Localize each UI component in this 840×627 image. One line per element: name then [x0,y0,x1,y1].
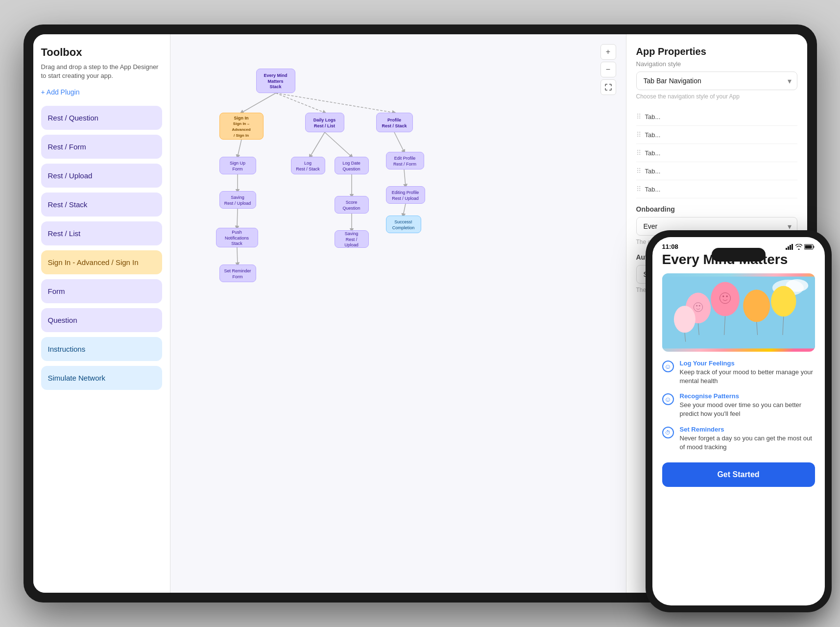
svg-line-13 [403,204,406,216]
phone-status-right [786,244,815,250]
svg-rect-16 [790,245,791,250]
tab-row-4[interactable]: ⠿ Tab... [636,162,797,180]
svg-rect-17 [792,244,793,250]
node-profile[interactable]: ProfileRest / Stack [376,113,413,132]
signal-icon [786,244,793,250]
toolbox-item-instructions[interactable]: Instructions [41,337,162,361]
svg-line-3 [238,140,241,157]
phone-frame: 11:08 [646,230,832,612]
phone-status-bar: 11:08 [652,237,825,252]
canvas-controls: + − [600,44,616,95]
svg-line-1 [276,93,325,113]
battery-icon [804,244,815,250]
node-editing-profile[interactable]: Editing ProfileRest / Upload [386,186,425,204]
tab-row-5[interactable]: ⠿ Tab... [636,180,797,198]
toolbox-item-signin-advanced[interactable]: Sign In - Advanced / Sign In [41,250,162,274]
node-set-reminder[interactable]: Set ReminderForm [219,265,256,282]
tab-label-1: Tab... [645,113,797,121]
svg-line-5 [237,209,238,228]
nav-style-select[interactable]: Tab Bar Navigation Drawer Navigation Sta… [636,72,797,90]
wifi-icon [795,244,802,250]
node-log[interactable]: LogRest / Stack [291,157,325,174]
svg-point-31 [673,306,695,333]
svg-line-8 [325,132,352,157]
svg-point-38 [726,295,727,297]
set-reminders-icon: ⏱ [662,427,674,438]
toolbox-item-rest-upload[interactable]: Rest / Upload [41,164,162,188]
phone-content: Every Mind Matters [652,252,825,605]
toolbox-item-rest-question[interactable]: Rest / Question [41,106,162,130]
recognise-patterns-icon: ☺ [662,393,674,405]
svg-point-29 [771,286,796,316]
feature-log-desc: Keep track of your mood to better manage… [680,368,815,386]
svg-line-11 [394,132,404,152]
toolbox-item-form[interactable]: Form [41,279,162,303]
svg-point-37 [722,295,724,297]
svg-rect-19 [805,245,812,248]
toolbox-item-simulate-network[interactable]: Simulate Network [41,366,162,390]
svg-line-6 [237,247,238,265]
phone-notch [712,248,766,262]
toolbox-sidebar: Toolbox Drag and drop a step to the App … [33,34,170,593]
log-feelings-icon: ☺ [662,361,674,372]
zoom-in-button[interactable]: + [600,44,616,60]
tab-row-2[interactable]: ⠿ Tab... [636,126,797,144]
tab-row-1[interactable]: ⠿ Tab... [636,108,797,126]
toolbox-item-rest-list[interactable]: Rest / List [41,221,162,245]
toolbox-desc: Drag and drop a step to the App Designer… [41,63,162,80]
nav-style-label: Navigation style [636,60,797,68]
get-started-button[interactable]: Get Started [662,462,815,487]
feature-log-title: Log Your Feelings [680,360,815,367]
panel-title: App Properties [636,46,797,57]
svg-point-25 [711,282,740,316]
svg-rect-15 [788,246,789,250]
phone-hero-image [662,273,815,352]
tablet-frame: Toolbox Drag and drop a step to the App … [24,24,817,603]
toolbox-title: Toolbox [41,46,162,59]
tab-label-2: Tab... [645,131,797,139]
tab-label-3: Tab... [645,149,797,157]
toolbox-item-question[interactable]: Question [41,308,162,332]
onboarding-label: Onboarding [636,205,797,213]
drag-handle-2: ⠿ [636,131,641,139]
node-log-date[interactable]: Log DateQuestion [335,157,369,174]
feature-patterns-title: Recognise Patterns [680,392,815,400]
feature-log-feelings: ☺ Log Your Feelings Keep track of your m… [662,360,815,386]
phone-time: 11:08 [662,243,678,250]
svg-rect-14 [786,248,787,250]
drag-handle-1: ⠿ [636,113,641,121]
tab-row-3[interactable]: ⠿ Tab... [636,144,797,162]
fullscreen-button[interactable] [600,79,616,95]
tab-label-4: Tab... [645,168,797,175]
node-saving-2[interactable]: SavingRest / Upload [335,230,369,248]
node-root[interactable]: Every MindMattersStack [256,69,295,93]
feature-patterns-desc: See your mood over time so you can bette… [680,401,815,418]
node-signin[interactable]: Sign InSign In – Advanced/ Sign In [219,113,264,140]
node-daily-logs[interactable]: Daily LogsRest / List [305,113,344,132]
phone-screen: 11:08 [652,237,825,605]
svg-point-34 [696,305,697,307]
nav-style-hint: Choose the navigation style of your App [636,93,797,100]
node-push-notifications[interactable]: Push NotificationsStack [216,228,258,247]
feature-reminders-title: Set Reminders [680,426,815,433]
svg-point-35 [698,305,700,307]
flow-diagram: Every MindMattersStack Sign InSign In – … [180,49,435,382]
node-saving-1[interactable]: SavingRest / Upload [219,191,256,209]
feature-recognise-patterns: ☺ Recognise Patterns See your mood over … [662,392,815,418]
node-signup[interactable]: Sign UpForm [219,157,256,174]
node-score[interactable]: ScoreQuestion [335,196,369,214]
feature-set-reminders: ⏱ Set Reminders Never forget a day so yo… [662,426,815,452]
add-plugin-button[interactable]: + Add Plugin [41,88,162,96]
toolbox-item-rest-stack[interactable]: Rest / Stack [41,193,162,217]
node-success[interactable]: Success!Completion [386,216,421,233]
canvas-area[interactable]: + − [170,34,626,593]
svg-line-0 [241,93,276,113]
node-edit-profile[interactable]: Edit ProfileRest / Form [386,152,424,169]
zoom-out-button[interactable]: − [600,62,616,77]
balloons-illustration [662,273,815,352]
svg-line-7 [310,132,325,157]
drag-handle-3: ⠿ [636,149,641,157]
toolbox-item-rest-form[interactable]: Rest / Form [41,135,162,159]
feature-reminders-desc: Never forget a day so you can get the mo… [680,434,815,452]
svg-line-2 [276,93,394,113]
